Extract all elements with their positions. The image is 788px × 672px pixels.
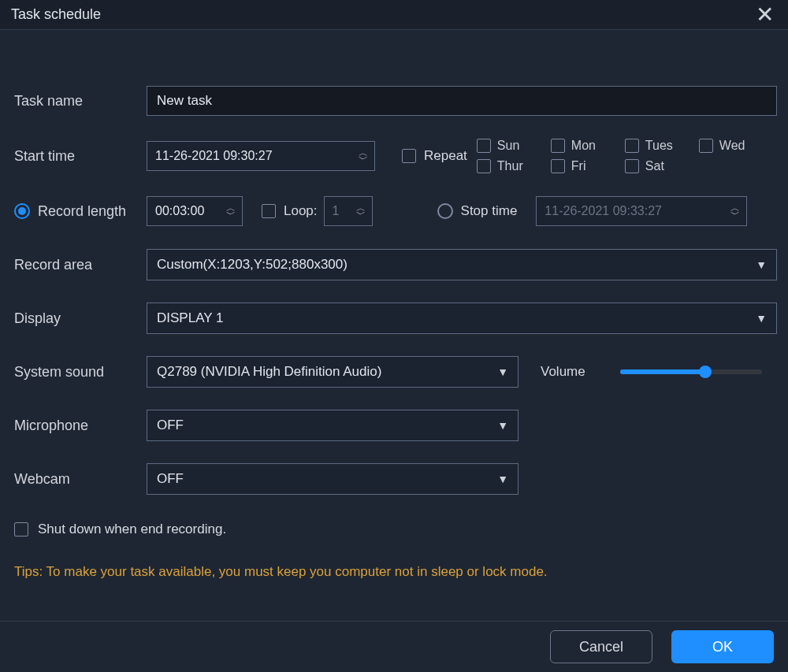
day-wed: Wed xyxy=(699,139,770,153)
shutdown-checkbox[interactable] xyxy=(14,522,28,536)
microphone-label: Microphone xyxy=(14,418,147,434)
day-sun: Sun xyxy=(477,139,548,153)
day-fri: Fri xyxy=(551,159,622,173)
day-sat: Sat xyxy=(625,159,696,173)
loop-value: 1 xyxy=(333,204,340,218)
loop-spinner[interactable]: ︿ ﹀ xyxy=(350,205,366,217)
loop-input[interactable]: 1 ︿ ﹀ xyxy=(324,196,373,226)
record-area-row: Record area Custom(X:1203,Y:502;880x300)… xyxy=(14,249,777,280)
volume-track xyxy=(620,369,762,374)
record-length-label-group: Record length xyxy=(14,203,147,220)
record-length-input[interactable]: 00:03:00 ︿ ﹀ xyxy=(147,196,243,226)
repeat-checkbox[interactable] xyxy=(402,149,416,163)
system-sound-value: Q2789 (NVIDIA High Definition Audio) xyxy=(157,364,381,380)
webcam-value: OFF xyxy=(157,471,184,487)
title-bar: Task schedule ✕ xyxy=(0,0,788,30)
stop-time-label: Stop time xyxy=(461,203,518,219)
task-name-label: Task name xyxy=(14,93,147,110)
task-name-input[interactable] xyxy=(147,86,777,116)
volume-label: Volume xyxy=(541,364,585,380)
system-sound-select[interactable]: Q2789 (NVIDIA High Definition Audio) ▼ xyxy=(147,356,519,388)
close-icon[interactable]: ✕ xyxy=(753,7,777,23)
chevron-down-icon: ▼ xyxy=(497,473,508,485)
repeat-label: Repeat xyxy=(424,148,467,164)
dialog-content: Task name Start time 11-26-2021 09:30:27… xyxy=(0,30,788,580)
webcam-row: Webcam OFF ▼ xyxy=(14,463,777,495)
display-value: DISPLAY 1 xyxy=(157,310,223,326)
day-wed-checkbox[interactable] xyxy=(699,139,713,153)
loop-checkbox[interactable] xyxy=(262,204,276,218)
record-area-select[interactable]: Custom(X:1203,Y:502;880x300) ▼ xyxy=(147,249,777,280)
microphone-value: OFF xyxy=(157,418,184,433)
day-mon: Mon xyxy=(551,139,622,153)
record-length-radio[interactable] xyxy=(14,203,30,219)
system-sound-label: System sound xyxy=(14,364,147,381)
loop-label: Loop: xyxy=(284,203,318,219)
record-length-value: 00:03:00 xyxy=(155,204,204,218)
record-area-value: Custom(X:1203,Y:502;880x300) xyxy=(157,257,348,273)
day-tues-checkbox[interactable] xyxy=(625,139,639,153)
day-thur-checkbox[interactable] xyxy=(477,159,491,173)
stop-time-spinner[interactable]: ︿ ﹀ xyxy=(724,205,740,217)
record-area-label: Record area xyxy=(14,257,147,273)
microphone-row: Microphone OFF ▼ xyxy=(14,410,777,441)
chevron-down-icon[interactable]: ﹀ xyxy=(730,211,740,217)
chevron-down-icon[interactable]: ﹀ xyxy=(356,211,366,217)
day-thur: Thur xyxy=(477,159,548,173)
dialog-footer: Cancel OK xyxy=(0,621,788,672)
webcam-select[interactable]: OFF ▼ xyxy=(147,463,519,495)
stop-time-value: 11-26-2021 09:33:27 xyxy=(545,204,662,218)
day-sat-checkbox[interactable] xyxy=(625,159,639,173)
chevron-down-icon: ▼ xyxy=(756,258,767,271)
chevron-down-icon: ▼ xyxy=(756,312,767,325)
record-length-spinner[interactable]: ︿ ﹀ xyxy=(220,205,236,217)
chevron-down-icon[interactable]: ﹀ xyxy=(226,211,236,217)
stop-time-radio[interactable] xyxy=(437,203,453,219)
record-length-row: Record length 00:03:00 ︿ ﹀ Loop: 1 ︿ ﹀ S… xyxy=(14,195,777,227)
day-sun-checkbox[interactable] xyxy=(477,139,491,153)
start-time-label: Start time xyxy=(14,148,147,165)
display-row: Display DISPLAY 1 ▼ xyxy=(14,303,777,334)
display-select[interactable]: DISPLAY 1 ▼ xyxy=(147,303,777,334)
shutdown-label: Shut down when end recording. xyxy=(38,522,226,537)
tips-text: Tips: To make your task available, you m… xyxy=(14,564,777,580)
ok-button[interactable]: OK xyxy=(671,630,774,663)
chevron-down-icon[interactable]: ﹀ xyxy=(359,156,368,162)
start-time-input[interactable]: 11-26-2021 09:30:27 ︿ ﹀ xyxy=(147,141,375,171)
task-name-row: Task name xyxy=(14,85,777,117)
record-length-label: Record length xyxy=(38,203,126,220)
start-time-row: Start time 11-26-2021 09:30:27 ︿ ﹀ Repea… xyxy=(14,139,777,173)
day-tues: Tues xyxy=(625,139,696,153)
cancel-button[interactable]: Cancel xyxy=(550,630,652,663)
chevron-down-icon: ▼ xyxy=(497,419,508,432)
display-label: Display xyxy=(14,310,147,327)
volume-fill xyxy=(620,369,705,374)
shutdown-row: Shut down when end recording. xyxy=(14,514,777,545)
day-fri-checkbox[interactable] xyxy=(551,159,565,173)
microphone-select[interactable]: OFF ▼ xyxy=(147,410,519,441)
start-time-spinner[interactable]: ︿ ﹀ xyxy=(352,150,368,162)
chevron-down-icon: ▼ xyxy=(497,366,508,378)
stop-time-input[interactable]: 11-26-2021 09:33:27 ︿ ﹀ xyxy=(536,196,747,226)
day-mon-checkbox[interactable] xyxy=(551,139,565,153)
start-time-value: 11-26-2021 09:30:27 xyxy=(155,149,273,163)
system-sound-row: System sound Q2789 (NVIDIA High Definiti… xyxy=(14,356,777,388)
window-title: Task schedule xyxy=(11,6,101,23)
webcam-label: Webcam xyxy=(14,471,147,488)
volume-slider[interactable] xyxy=(620,364,762,380)
days-grid: Sun Mon Tues Wed Thur Fri Sat xyxy=(477,139,770,173)
volume-thumb[interactable] xyxy=(699,366,712,378)
